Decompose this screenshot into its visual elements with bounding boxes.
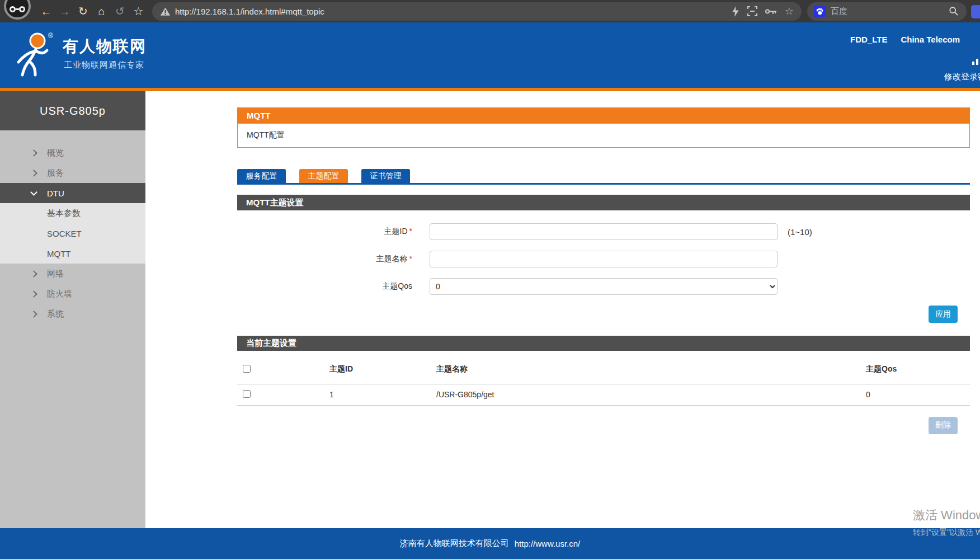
required-mark: * xyxy=(409,227,412,236)
page-description: MQTT配置 xyxy=(237,124,970,148)
tab-topic-config[interactable]: 主题配置 xyxy=(299,169,348,183)
topic-id-hint: (1~10) xyxy=(788,227,812,237)
address-bar[interactable]: http://192.168.1.1/index.html#mqtt_topic… xyxy=(152,2,802,21)
svg-text:®: ® xyxy=(48,32,53,40)
cell-topic-id: 1 xyxy=(329,384,436,405)
sidebar-item-system[interactable]: 系统 xyxy=(0,304,145,324)
usr-logo-icon: ® xyxy=(11,31,57,79)
page-title: MQTT xyxy=(237,107,970,124)
search-icon[interactable] xyxy=(949,6,959,16)
network-mode-label: FDD_LTE xyxy=(850,35,887,44)
sidebar-item-label: 系统 xyxy=(47,309,64,320)
site-header: ® 有人物联网 工业物联网通信专家 FDD_LTE China Telecom … xyxy=(0,22,980,88)
sidebar-item-label: 防火墙 xyxy=(47,289,72,299)
forward-icon[interactable]: → xyxy=(55,0,74,22)
sidebar-item-label: MQTT xyxy=(47,249,71,259)
chevron-right-icon xyxy=(30,311,37,318)
url-text: http://192.168.1.1/index.html#mqtt_topic xyxy=(175,7,324,16)
add-bookmark-icon[interactable]: ☆ xyxy=(785,5,794,17)
section-current-topics: 当前主题设置 xyxy=(237,336,970,351)
sidebar-item-firewall[interactable]: 防火墙 xyxy=(0,284,145,304)
table-header-row: 主题ID 主题名称 主题Qos xyxy=(237,351,970,384)
col-topic-qos: 主题Qos xyxy=(866,351,970,384)
sidebar-item-basic-params[interactable]: 基本参数 xyxy=(0,203,145,223)
sidebar-item-label: 服务 xyxy=(47,168,64,178)
device-name: USR-G805p xyxy=(0,91,145,130)
sidebar-item-overview[interactable]: 概览 xyxy=(0,143,145,163)
footer-company: 济南有人物联网技术有限公司 xyxy=(400,538,509,549)
sidebar-item-label: 网络 xyxy=(47,269,64,279)
section-topic-settings: MQTT主题设置 xyxy=(237,195,970,210)
search-engine-label: 百度 xyxy=(831,6,949,17)
watermark-line2: 转到"设置"以激活 Windows。 xyxy=(913,528,980,538)
topics-table: 主题ID 主题名称 主题Qos 1 /USR-G805p/get 0 xyxy=(237,351,970,406)
topic-form: 主题ID* (1~10) 主题名称* 主题Qos 0 xyxy=(237,223,970,295)
topic-id-input[interactable] xyxy=(430,223,778,240)
sidebar-item-label: DTU xyxy=(47,189,64,198)
windows-activation-watermark: 激活 Windows 转到"设置"以激活 Windows。 xyxy=(913,507,980,538)
delete-button[interactable]: 删除 xyxy=(929,417,958,434)
sidebar-item-socket[interactable]: SOCKET xyxy=(0,223,145,243)
screenshot-icon[interactable] xyxy=(747,6,757,16)
cell-topic-qos: 0 xyxy=(866,384,970,405)
col-topic-id: 主题ID xyxy=(329,351,436,384)
sidebar-item-label: 概览 xyxy=(47,148,64,158)
brand-title: 有人物联网 xyxy=(63,36,147,57)
sidebar-item-services[interactable]: 服务 xyxy=(0,163,145,183)
topic-name-input[interactable] xyxy=(430,251,778,267)
chevron-right-icon xyxy=(30,270,37,278)
table-row: 1 /USR-G805p/get 0 xyxy=(237,384,970,405)
undo-icon[interactable]: ↺ xyxy=(111,0,129,22)
watermark-line1: 激活 Windows xyxy=(913,507,980,524)
sidebar-item-mqtt[interactable]: MQTT xyxy=(0,243,145,264)
bookmark-star-icon[interactable]: ☆ xyxy=(129,0,148,22)
password-key-icon[interactable] xyxy=(765,8,777,15)
incognito-glasses-icon xyxy=(10,6,25,12)
sidebar-item-network[interactable]: 网络 xyxy=(0,264,145,284)
home-icon[interactable]: ⌂ xyxy=(92,0,111,22)
brand-subtitle: 工业物联网通信专家 xyxy=(64,60,144,71)
tab-service-config[interactable]: 服务配置 xyxy=(237,169,286,183)
row-checkbox[interactable] xyxy=(243,390,251,398)
chevron-right-icon xyxy=(30,170,37,177)
topic-qos-label: 主题Qos xyxy=(237,281,412,292)
main-content: MQTT MQTT配置 服务配置 主题配置 证书管理 MQTT主题设置 主题ID… xyxy=(145,91,980,528)
signal-strength-icon xyxy=(972,56,980,65)
tab-bar: 服务配置 主题配置 证书管理 xyxy=(237,169,970,185)
not-secure-warning-icon xyxy=(160,6,171,17)
back-icon[interactable]: ← xyxy=(37,0,55,22)
sidebar: USR-G805p 概览 服务 DTU 基本参数 SOCK xyxy=(0,91,145,528)
tab-cert-management[interactable]: 证书管理 xyxy=(361,169,410,183)
carrier-label: China Telecom xyxy=(901,35,960,44)
baidu-logo-icon xyxy=(814,6,826,17)
url-scheme: http xyxy=(175,7,189,16)
topic-name-label: 主题名称* xyxy=(237,254,412,264)
chevron-right-icon xyxy=(30,149,37,157)
col-topic-name: 主题名称 xyxy=(436,351,866,384)
lightning-icon[interactable] xyxy=(732,6,739,17)
extension-icon[interactable] xyxy=(971,5,980,18)
change-password-link[interactable]: 修改登录密码 xyxy=(944,72,980,82)
search-box[interactable]: 百度 xyxy=(807,2,967,21)
sidebar-item-dtu[interactable]: DTU xyxy=(0,183,145,203)
topic-qos-select[interactable]: 0 xyxy=(430,278,778,295)
reload-icon[interactable]: ↻ xyxy=(74,0,92,22)
footer: 济南有人物联网技术有限公司 http://www.usr.cn/ xyxy=(0,528,980,559)
sidebar-item-label: SOCKET xyxy=(47,229,82,238)
sidebar-menu: 概览 服务 DTU 基本参数 SOCKET MQTT xyxy=(0,130,145,324)
apply-button[interactable]: 应用 xyxy=(929,306,958,323)
browser-toolbar: ← → ↻ ⌂ ↺ ☆ http://192.168.1.1/index.htm… xyxy=(0,0,980,22)
sidebar-item-label: 基本参数 xyxy=(47,208,81,219)
page: ← → ↻ ⌂ ↺ ☆ http://192.168.1.1/index.htm… xyxy=(0,0,980,559)
url-rest: ://192.168.1.1/index.html#mqtt_topic xyxy=(189,7,324,16)
required-mark: * xyxy=(409,254,412,263)
chevron-down-icon xyxy=(30,189,37,196)
incognito-avatar[interactable] xyxy=(4,0,31,20)
cell-topic-name: /USR-G805p/get xyxy=(436,384,866,405)
topic-id-label: 主题ID* xyxy=(237,227,412,237)
select-all-checkbox[interactable] xyxy=(243,365,251,373)
chevron-right-icon xyxy=(30,290,37,298)
footer-site-link[interactable]: http://www.usr.cn/ xyxy=(515,539,581,548)
